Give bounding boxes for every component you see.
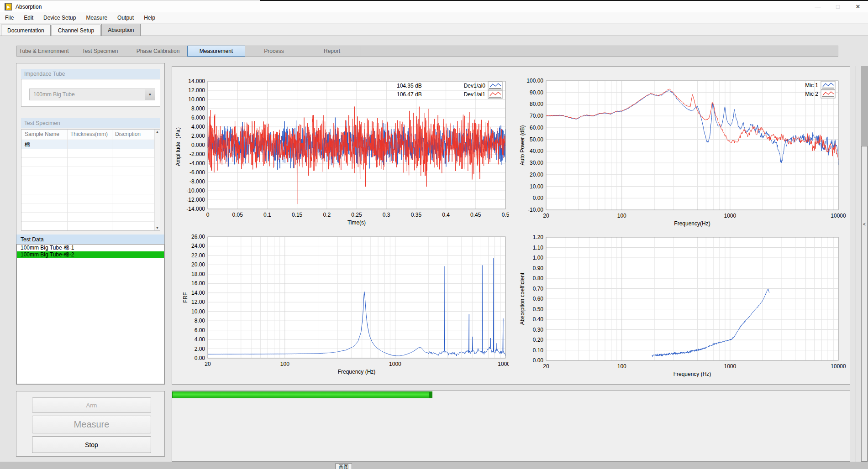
test-specimen-table-header: Sample Name Thickness(mm) Discription	[21, 130, 160, 140]
application-window: ▶ Absorption — □ ✕ File Edit Device Setu…	[0, 0, 868, 469]
svg-text:0.35: 0.35	[411, 212, 422, 218]
svg-text:0.000: 0.000	[191, 142, 205, 148]
svg-text:0: 0	[206, 212, 210, 218]
svg-text:1000: 1000	[724, 363, 736, 370]
bottom-band	[0, 462, 868, 469]
svg-text:20: 20	[543, 363, 549, 370]
table-row[interactable]: 棉	[21, 140, 160, 149]
svg-text:14.00: 14.00	[191, 290, 205, 296]
svg-text:0.40: 0.40	[533, 316, 544, 323]
svg-text:1.00: 1.00	[533, 255, 544, 261]
menu-file[interactable]: File	[0, 12, 19, 24]
svg-text:22.00: 22.00	[191, 252, 205, 259]
svg-text:60.00: 60.00	[530, 125, 543, 131]
svg-text:18.00: 18.00	[191, 271, 205, 277]
tab-documentation[interactable]: Documentation	[1, 25, 51, 36]
svg-text:Dev1/ai1: Dev1/ai1	[464, 91, 486, 98]
dropdown-arrow-icon[interactable]: ▼	[145, 89, 155, 100]
svg-text:-6.000: -6.000	[189, 169, 205, 176]
svg-text:0.90: 0.90	[533, 265, 544, 271]
svg-text:0.25: 0.25	[351, 212, 362, 218]
title-bar: ▶ Absorption — □ ✕	[0, 1, 868, 12]
svg-text:0.15: 0.15	[292, 212, 303, 218]
test-specimen-table[interactable]: Sample Name Thickness(mm) Discription 棉 …	[21, 129, 160, 231]
impedance-tube-select[interactable]: 100mm Big Tube ▼	[29, 89, 155, 100]
svg-text:10.00: 10.00	[191, 308, 205, 315]
scroll-down-icon[interactable]: ▼	[156, 226, 159, 230]
menu-edit[interactable]: Edit	[19, 12, 38, 24]
svg-text:0.3: 0.3	[383, 212, 390, 218]
progress-panel	[172, 390, 850, 462]
test-data-item[interactable]: 100mm Big Tube-棉-1	[17, 245, 164, 251]
tab-absorption[interactable]: Absorption	[101, 24, 140, 36]
menu-measure[interactable]: Measure	[81, 12, 112, 24]
svg-text:6.000: 6.000	[191, 115, 205, 121]
tab-channel-setup[interactable]: Channel Setup	[52, 25, 100, 36]
column-divider	[112, 130, 112, 230]
svg-text:Frequency (Hz): Frequency (Hz)	[338, 369, 376, 375]
subtab-tube-environment[interactable]: Tube & Environment	[16, 46, 71, 57]
svg-text:-12.000: -12.000	[186, 197, 205, 203]
col-discription: Discription	[112, 130, 153, 140]
svg-text:6.00: 6.00	[195, 327, 205, 334]
svg-text:0.00: 0.00	[533, 357, 544, 364]
svg-text:0.05: 0.05	[232, 212, 243, 218]
subtab-report[interactable]: Report	[303, 46, 361, 57]
svg-text:1.20: 1.20	[533, 234, 544, 240]
menu-bar: File Edit Device Setup Measure Output He…	[0, 12, 868, 24]
svg-text:24.00: 24.00	[191, 243, 205, 249]
subtab-measurement[interactable]: Measurement	[187, 46, 245, 57]
main-tab-bar: Documentation Channel Setup Absorption	[0, 24, 868, 36]
svg-text:20: 20	[205, 361, 211, 367]
svg-text:12.000: 12.000	[188, 87, 205, 94]
svg-text:8.000: 8.000	[191, 105, 205, 112]
svg-text:16.00: 16.00	[191, 280, 205, 287]
time-amplitude-chart: 14.00012.00010.0008.0006.0004.0002.0000.…	[174, 78, 509, 229]
subtab-process[interactable]: Process	[245, 46, 303, 57]
svg-text:Frequency (Hz): Frequency (Hz)	[673, 371, 711, 377]
menu-help[interactable]: Help	[139, 12, 160, 24]
minimize-icon[interactable]: —	[808, 1, 828, 12]
svg-text:0.1: 0.1	[263, 212, 271, 218]
col-sample-name: Sample Name	[21, 130, 67, 140]
cell-thickness	[67, 140, 112, 149]
impedance-tube-value: 100mm Big Tube	[30, 91, 145, 98]
svg-text:-10.00: -10.00	[528, 207, 543, 213]
absorption-coefficient-chart: 1.201.101.000.900.800.700.600.500.400.30…	[520, 233, 846, 382]
svg-text:1000: 1000	[724, 213, 736, 219]
svg-text:0.00: 0.00	[533, 195, 544, 201]
table-scrollbar[interactable]: ▲ ▼	[154, 130, 160, 230]
partial-bottom-tab[interactable]: 画图	[335, 464, 352, 469]
subtab-phase-calibration[interactable]: Phase Calibration	[129, 46, 187, 57]
scroll-up-icon[interactable]: ▲	[156, 130, 159, 134]
svg-text:0.00: 0.00	[195, 355, 205, 361]
maximize-icon: □	[828, 1, 848, 12]
svg-text:10.000: 10.000	[188, 96, 205, 103]
test-data-item[interactable]: 100mm Big Tube-棉-2	[17, 251, 164, 258]
measurement-progress-bar	[172, 391, 432, 398]
subtab-test-specimen[interactable]: Test Specimen	[71, 46, 129, 57]
close-icon[interactable]: ✕	[848, 1, 868, 12]
svg-text:50.00: 50.00	[530, 136, 543, 143]
svg-text:2.000: 2.000	[191, 133, 205, 139]
svg-text:1000: 1000	[389, 361, 401, 367]
test-data-header: Test Data	[16, 234, 164, 244]
svg-text:100.00: 100.00	[526, 78, 543, 84]
svg-text:10.00: 10.00	[530, 183, 543, 190]
collapse-left-icon[interactable]: <	[863, 222, 866, 227]
svg-text:Time(s): Time(s)	[347, 219, 366, 226]
stop-button[interactable]: Stop	[32, 436, 151, 453]
menu-device-setup[interactable]: Device Setup	[38, 12, 81, 24]
svg-text:12.00: 12.00	[191, 299, 205, 305]
svg-text:0.45: 0.45	[470, 212, 481, 218]
panel-divider	[856, 66, 856, 462]
empty-table-rows	[21, 149, 154, 230]
svg-text:30.00: 30.00	[530, 160, 543, 166]
svg-text:-2.000: -2.000	[189, 151, 205, 157]
scrollbar-thumb[interactable]: <	[861, 146, 868, 462]
svg-text:8.00: 8.00	[195, 318, 205, 324]
test-data-list[interactable]: 100mm Big Tube-棉-1 100mm Big Tube-棉-2	[16, 244, 164, 384]
right-scrollbar[interactable]: <	[861, 66, 868, 462]
svg-text:Dev1/ai0: Dev1/ai0	[464, 83, 486, 89]
menu-output[interactable]: Output	[112, 12, 139, 24]
